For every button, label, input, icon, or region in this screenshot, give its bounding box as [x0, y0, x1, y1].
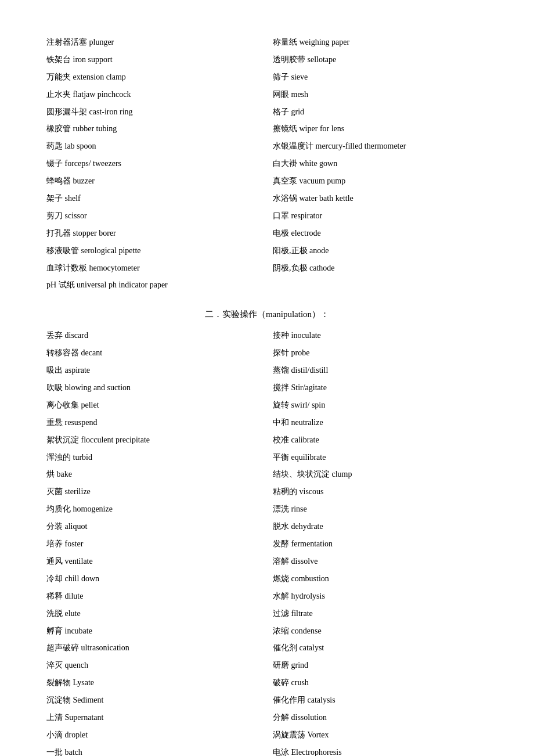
equipment-right-item: 电极 electrode: [273, 226, 488, 241]
equipment-right-item: 阳极,正极 anode: [273, 243, 488, 258]
manipulation-right-item: 搅拌 Stir/agitate: [273, 380, 488, 395]
manipulation-left-item: 培养 foster: [46, 537, 261, 552]
manipulation-right-item: 探针 probe: [273, 345, 488, 361]
equipment-right-item: 口罩 respirator: [273, 208, 488, 224]
manipulation-left-item: 均质化 homogenize: [46, 502, 261, 517]
manipulation-right-item: 催化剂 catalyst: [273, 640, 488, 656]
manipulation-right-item: 平衡 equilibrate: [273, 450, 488, 465]
manipulation-left-item: 浑浊的 turbid: [46, 450, 261, 465]
manipulation-left-item: 稀释 dilute: [46, 589, 261, 604]
manipulation-right-item: 催化作用 catalysis: [273, 693, 488, 708]
equipment-right-item: 白大褂 white gown: [273, 156, 488, 171]
equipment-left-item: 蜂鸣器 buzzer: [46, 174, 261, 189]
equipment-right-item: 阴极,负极 cathode: [273, 261, 488, 276]
manipulation-right-item: 粘稠的 viscous: [273, 484, 488, 499]
equipment-right-item: [273, 278, 488, 293]
manipulation-left-item: 絮状沉淀 flocculent precipitate: [46, 433, 261, 448]
manipulation-left-item: 一批 batch: [46, 745, 261, 756]
equipment-left-item: 打孔器 stopper borer: [46, 226, 261, 241]
manipulation-right-item: 电泳 Electrophoresis: [273, 745, 488, 756]
equipment-left-item: 橡胶管 rubber tubing: [46, 121, 261, 136]
section2-header: 二．实验操作（manipulation）：: [46, 309, 488, 320]
equipment-left-item: 剪刀 scissor: [46, 208, 261, 224]
manipulation-right-item: 破碎 crush: [273, 675, 488, 690]
manipulation-left-item: 吹吸 blowing and suction: [46, 380, 261, 395]
manipulation-right-item: 接种 inoculate: [273, 328, 488, 343]
manipulation-left-item: 灭菌 sterilize: [46, 484, 261, 499]
section2-header-text: 二．实验操作（manipulation）：: [205, 309, 329, 319]
manipulation-left-item: 冷却 chill down: [46, 571, 261, 586]
equipment-right-item: 真空泵 vacuum pump: [273, 174, 488, 189]
manipulation-left-item: 烘 bake: [46, 467, 261, 482]
equipment-left-item: 铁架台 iron support: [46, 52, 261, 67]
equipment-right-item: 称量纸 weighing paper: [273, 35, 488, 50]
equipment-left-item: 注射器活塞 plunger: [46, 35, 261, 50]
manipulation-left-item: 通风 ventilate: [46, 554, 261, 569]
manipulation-right-item: 蒸馏 distil/distill: [273, 363, 488, 378]
manipulation-right-item: 旋转 swirl/ spin: [273, 398, 488, 413]
equipment-right-item: 网眼 mesh: [273, 87, 488, 102]
manipulation-right-item: 溶解 dissolve: [273, 554, 488, 569]
manipulation-left-item: 孵育 incubate: [46, 624, 261, 639]
equipment-left-item: pH 试纸 universal ph indicator paper: [46, 278, 261, 293]
manipulation-left-item: 上清 Supernatant: [46, 710, 261, 725]
manipulation-right-item: 浓缩 condense: [273, 624, 488, 639]
manipulation-section: 丢弃 discard接种 inoculate转移容器 decant探针 prob…: [46, 328, 488, 756]
equipment-left-item: 移液吸管 serological pipette: [46, 243, 261, 258]
equipment-left-item: 圆形漏斗架 cast-iron ring: [46, 105, 261, 120]
manipulation-right-item: 漂洗 rinse: [273, 502, 488, 517]
manipulation-left-item: 洗脱 elute: [46, 606, 261, 621]
manipulation-left-item: 分装 aliquot: [46, 519, 261, 534]
equipment-right-item: 水浴锅 water bath kettle: [273, 191, 488, 206]
manipulation-left-item: 超声破碎 ultrasonication: [46, 640, 261, 656]
equipment-right-item: 筛子 sieve: [273, 70, 488, 85]
manipulation-left-item: 离心收集 pellet: [46, 398, 261, 413]
equipment-right-item: 水银温度计 mercury-filled thermometer: [273, 139, 488, 154]
equipment-left-item: 止水夹 flatjaw pinchcock: [46, 87, 261, 102]
equipment-right-item: 透明胶带 sellotape: [273, 52, 488, 67]
manipulation-right-item: 分解 dissolution: [273, 710, 488, 725]
manipulation-left-item: 裂解物 Lysate: [46, 675, 261, 690]
manipulation-right-item: 研磨 grind: [273, 658, 488, 673]
manipulation-right-item: 燃烧 combustion: [273, 571, 488, 586]
manipulation-right-item: 校准 calibrate: [273, 433, 488, 448]
manipulation-left-item: 转移容器 decant: [46, 345, 261, 361]
manipulation-right-item: 发酵 fermentation: [273, 537, 488, 552]
manipulation-right-item: 结块、块状沉淀 clump: [273, 467, 488, 482]
manipulation-left-item: 吸出 aspirate: [46, 363, 261, 378]
equipment-left-item: 药匙 lab spoon: [46, 139, 261, 154]
equipment-left-item: 镊子 forceps/ tweezers: [46, 156, 261, 171]
manipulation-right-item: 中和 neutralize: [273, 415, 488, 430]
equipment-left-item: 架子 shelf: [46, 191, 261, 206]
equipment-right-item: 擦镜纸 wiper for lens: [273, 121, 488, 136]
manipulation-right-item: 水解 hydrolysis: [273, 589, 488, 604]
manipulation-left-item: 淬灭 quench: [46, 658, 261, 673]
equipment-section: 注射器活塞 plunger称量纸 weighing paper铁架台 iron …: [46, 35, 488, 293]
manipulation-left-item: 重悬 resuspend: [46, 415, 261, 430]
manipulation-left-item: 沉淀物 Sediment: [46, 693, 261, 708]
equipment-left-item: 万能夹 extension clamp: [46, 70, 261, 85]
manipulation-right-item: 过滤 filtrate: [273, 606, 488, 621]
manipulation-left-item: 小滴 droplet: [46, 728, 261, 743]
manipulation-right-item: 脱水 dehydrate: [273, 519, 488, 534]
manipulation-right-item: 涡旋震荡 Vortex: [273, 728, 488, 743]
equipment-right-item: 格子 grid: [273, 105, 488, 120]
manipulation-left-item: 丢弃 discard: [46, 328, 261, 343]
equipment-left-item: 血球计数板 hemocytometer: [46, 261, 261, 276]
